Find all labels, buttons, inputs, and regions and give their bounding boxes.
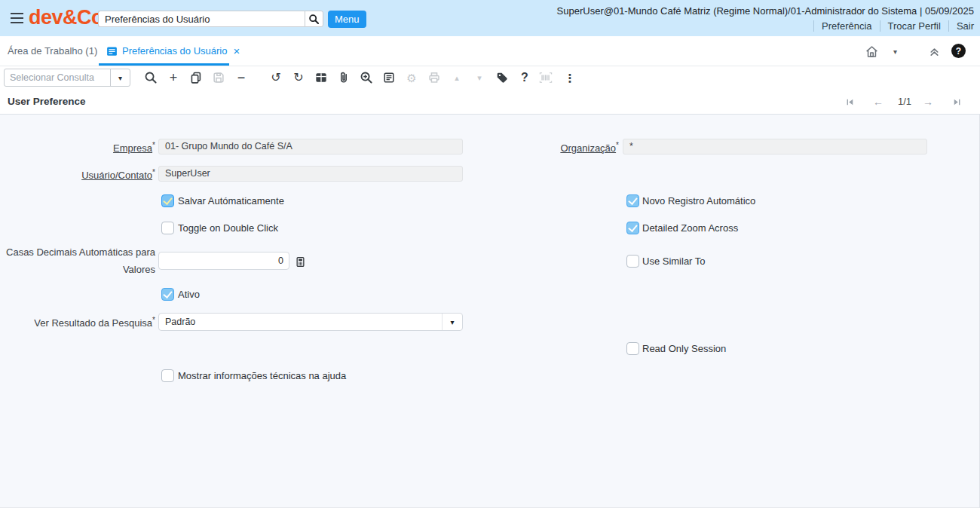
novo-registro-automatico-checkbox[interactable] bbox=[626, 194, 639, 207]
form-content: Empresa* 01- Grupo Mundo do Café S/A Org… bbox=[0, 115, 980, 508]
query-select[interactable]: Selecionar Consulta ▾ bbox=[4, 69, 130, 87]
attachment-icon[interactable] bbox=[335, 69, 353, 87]
detailed-zoom-across-checkbox[interactable] bbox=[626, 222, 639, 234]
copy-record-icon[interactable] bbox=[187, 69, 205, 87]
print-icon bbox=[425, 69, 443, 87]
chevron-down-icon: ▾ bbox=[442, 314, 462, 330]
link-preferencia[interactable]: Preferência bbox=[813, 20, 871, 32]
zoom-across-icon[interactable] bbox=[357, 69, 375, 87]
topbar: dev&Co. Menu SuperUser@01-Mundo Café Mat… bbox=[0, 0, 980, 36]
organizacao-zoom-link[interactable]: Organização bbox=[560, 142, 616, 154]
app-logo: dev&Co. bbox=[29, 6, 109, 29]
casas-decimais-input[interactable] bbox=[158, 252, 289, 270]
ver-resultado-value: Padrão bbox=[159, 314, 442, 330]
collapse-header-icon[interactable] bbox=[926, 44, 942, 59]
organizacao-label: Organização* bbox=[464, 141, 619, 154]
window-icon bbox=[106, 46, 118, 57]
global-search bbox=[98, 11, 323, 27]
salvar-automaticamente-checkbox[interactable] bbox=[161, 194, 174, 207]
last-record-icon[interactable] bbox=[948, 94, 965, 109]
previous-record-icon[interactable]: ← bbox=[870, 94, 887, 109]
help-toolbar-icon[interactable]: ? bbox=[516, 69, 534, 87]
usuario-contato-label: Usuário/Contato* bbox=[0, 168, 155, 181]
empresa-field: 01- Grupo Mundo do Café S/A bbox=[158, 139, 463, 155]
process-gear-icon: ⚙ bbox=[403, 69, 421, 87]
search-button[interactable] bbox=[305, 11, 323, 27]
ver-resultado-select[interactable]: Padrão ▾ bbox=[158, 313, 463, 331]
novo-registro-automatico-label: Novo Registro Automático bbox=[642, 195, 755, 207]
session-info: SuperUser@01-Mundo Café Matriz (Regime N… bbox=[557, 5, 974, 17]
tab-label: Área de Trabalho (1) bbox=[8, 45, 97, 57]
salvar-automaticamente-label: Salvar Autómaticamente bbox=[178, 195, 284, 207]
barcode-icon bbox=[537, 69, 555, 87]
new-record-icon[interactable]: + bbox=[164, 69, 182, 87]
empresa-zoom-link[interactable]: Empresa bbox=[113, 142, 152, 154]
ver-resultado-label: Ver Resultado da Pesquisa* bbox=[0, 316, 155, 329]
mostrar-informacoes-label: Mostrar informações técnicas na ajuda bbox=[178, 370, 346, 381]
read-only-session-checkbox[interactable] bbox=[626, 342, 639, 355]
detail-record-icon: ▾ bbox=[470, 69, 488, 87]
toggle-double-click-label: Toggle on Double Click bbox=[178, 222, 278, 234]
empresa-label: Empresa* bbox=[0, 141, 155, 154]
ativo-checkbox[interactable] bbox=[161, 288, 174, 301]
ativo-label: Ativo bbox=[178, 289, 200, 300]
tab-preferencias-do-usuario[interactable]: Preferências do Usuário × bbox=[106, 36, 240, 66]
casas-decimais-label-line2: Valores bbox=[0, 264, 155, 275]
toggle-double-click-checkbox[interactable] bbox=[161, 222, 174, 234]
window-list-dropdown[interactable]: ▾ 1 bbox=[893, 44, 897, 59]
link-trocar-perfil[interactable]: Trocar Perfil bbox=[880, 20, 941, 32]
organizacao-field: * bbox=[623, 139, 927, 155]
link-sair[interactable]: Sair bbox=[948, 20, 974, 32]
read-only-session-label: Read Only Session bbox=[642, 343, 726, 354]
tab-label: Preferências do Usuário bbox=[122, 45, 227, 57]
home-icon[interactable] bbox=[863, 44, 880, 59]
record-header: User Preference ← 1/1 → bbox=[0, 89, 980, 115]
toolbar: Selecionar Consulta ▾ + − ↺ ↻ ⚙ ▴ ▾ ? ⋮ bbox=[0, 66, 980, 89]
parent-record-icon: ▴ bbox=[448, 69, 466, 87]
query-select-value: Selecionar Consulta bbox=[5, 69, 110, 86]
next-record-icon[interactable]: → bbox=[920, 94, 936, 109]
close-tab-icon[interactable]: × bbox=[233, 44, 240, 57]
usuario-contato-field: SuperUser bbox=[158, 166, 463, 182]
delete-record-icon[interactable]: − bbox=[232, 69, 250, 87]
find-record-icon[interactable] bbox=[142, 69, 160, 87]
search-icon bbox=[308, 14, 320, 25]
chevron-down-icon: ▾ bbox=[893, 47, 897, 56]
save-icon bbox=[210, 69, 228, 87]
active-tab-underline bbox=[99, 63, 229, 66]
chevron-down-icon: ▾ bbox=[110, 69, 130, 86]
change-log-icon[interactable] bbox=[380, 69, 398, 87]
use-similar-to-checkbox[interactable] bbox=[626, 255, 639, 268]
help-icon[interactable]: ? bbox=[951, 44, 966, 58]
use-similar-to-label: Use Similar To bbox=[642, 256, 706, 267]
first-record-icon[interactable] bbox=[841, 94, 858, 109]
user-links: Preferência Trocar Perfil Sair bbox=[806, 20, 974, 32]
mostrar-informacoes-checkbox[interactable] bbox=[161, 369, 174, 382]
global-search-input[interactable] bbox=[98, 11, 305, 27]
record-page-indicator: 1/1 bbox=[893, 94, 917, 109]
page-title: User Preference bbox=[8, 89, 86, 114]
undo-icon[interactable]: ↺ bbox=[267, 69, 285, 87]
usuario-contato-zoom-link[interactable]: Usuário/Contato bbox=[81, 170, 152, 181]
grid-toggle-icon[interactable] bbox=[312, 69, 330, 87]
hamburger-menu-icon[interactable] bbox=[11, 13, 23, 23]
tabbar: Área de Trabalho (1) Preferências do Usu… bbox=[0, 36, 980, 66]
refresh-icon[interactable]: ↻ bbox=[289, 69, 308, 87]
casas-decimais-label-line1: Casas Decimais Automáticas para bbox=[0, 246, 155, 258]
label-tag-icon[interactable] bbox=[493, 69, 511, 87]
menu-button[interactable]: Menu bbox=[328, 11, 366, 28]
tab-area-de-trabalho[interactable]: Área de Trabalho (1) bbox=[8, 36, 97, 66]
calculator-icon[interactable] bbox=[295, 256, 306, 268]
detailed-zoom-across-label: Detailed Zoom Across bbox=[642, 222, 738, 234]
more-options-icon[interactable]: ⋮ bbox=[561, 69, 579, 87]
